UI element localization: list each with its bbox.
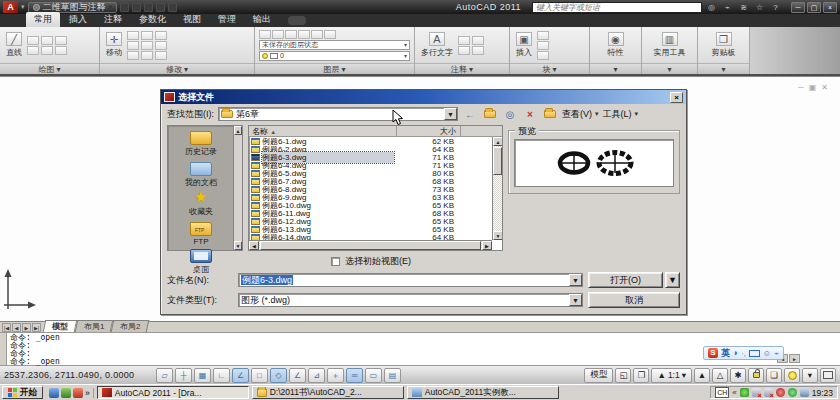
ribbon-tool-icon[interactable] (537, 51, 549, 60)
ribbon-tool-icon[interactable] (141, 41, 153, 50)
quick-launch-media-icon[interactable] (49, 388, 59, 398)
prev-tab-icon[interactable]: ◀ (12, 323, 21, 332)
ime-brand-icon[interactable]: S (708, 348, 718, 358)
filetype-combo[interactable]: 图形 (*.dwg) ▼ (238, 293, 583, 307)
ime-language-toggle[interactable]: 英 (721, 347, 730, 360)
ribbon-tool-icon[interactable] (41, 36, 53, 45)
back-button[interactable]: ← (462, 107, 478, 121)
annotation-visibility-icon[interactable]: ▲ (694, 368, 710, 383)
ducs-toggle[interactable]: ⊿ (308, 368, 325, 383)
tray-antivirus-icon[interactable] (740, 388, 749, 397)
scroll-left-icon[interactable]: ◀ (249, 241, 259, 250)
scrollbar-thumb[interactable] (493, 147, 502, 175)
tab-layout2[interactable]: 布局2 (111, 320, 150, 332)
qat-plot-icon[interactable] (144, 3, 153, 12)
tab-annotate[interactable]: 注释 (96, 12, 130, 27)
drawing-restore-button[interactable]: ▣ (809, 83, 817, 92)
search-binoculars-icon[interactable]: ◎ (705, 2, 718, 13)
clean-screen-icon[interactable] (820, 368, 836, 383)
annotation-scale-button[interactable]: ▲ 1:1 ▾ (651, 368, 692, 383)
places-scrollbar[interactable]: ▲ ▼ (233, 126, 242, 250)
new-folder-button[interactable] (542, 107, 558, 121)
name-column-header[interactable]: 名称 ▲ (249, 126, 397, 136)
tab-home[interactable]: 常用 (26, 12, 60, 27)
ribbon-tool-icon[interactable] (272, 30, 284, 39)
scroll-down-icon[interactable]: ▼ (234, 241, 242, 250)
tray-network-disconnected-icon[interactable]: × (752, 388, 761, 397)
model-space-button[interactable]: 模型 (584, 368, 613, 383)
favorites-star-icon[interactable]: ☆ (753, 2, 766, 13)
restore-button[interactable]: ▢ (807, 2, 821, 13)
tray-network2-disconnected-icon[interactable]: × (764, 388, 773, 397)
ribbon-options-icon[interactable] (288, 16, 306, 25)
filetype-dropdown-button[interactable]: ▼ (569, 294, 582, 306)
last-tab-icon[interactable]: ▶| (32, 323, 41, 332)
tab-output[interactable]: 输出 (245, 12, 279, 27)
panel-annotation-label[interactable]: 注释 ▾ (415, 63, 509, 74)
ribbon-tool-icon[interactable] (55, 36, 67, 45)
tab-view[interactable]: 视图 (175, 12, 209, 27)
properties-button[interactable]: ◉ 特性 (606, 32, 626, 58)
osnap-3d-toggle[interactable]: ◇ (270, 368, 287, 383)
quick-launch-explorer-icon[interactable] (61, 388, 71, 398)
drawing-area[interactable]: ─ ▣ ✕ 选择文件 × 查找范围(I): 第6章 ▼ (0, 76, 840, 321)
place-item[interactable]: 桌面 (190, 249, 212, 275)
look-in-combo[interactable]: 第6章 ▼ (218, 107, 458, 121)
ime-emoji-icon[interactable]: ☺ (763, 349, 771, 358)
dynamic-input-toggle[interactable]: ＋ (327, 368, 344, 383)
quick-view-layouts-icon[interactable]: ◱ (615, 368, 631, 383)
start-button[interactable]: 开始 (2, 386, 43, 399)
ribbon-tool-icon[interactable] (259, 30, 271, 39)
ime-language-bar[interactable]: S 英 ◗ ·, ☺ ⌁ (703, 346, 784, 360)
views-menu-button[interactable]: 查看(V) ▾ (562, 108, 599, 121)
task-document[interactable]: AutoCAD_2011实例教... (407, 386, 559, 399)
ribbon-tool-icon[interactable] (458, 46, 470, 55)
panel-utilities-label[interactable]: ▾ (642, 63, 697, 74)
ribbon-tool-icon[interactable] (324, 30, 336, 39)
ribbon-tool-icon[interactable] (141, 51, 153, 60)
lock-ui-icon[interactable] (748, 368, 764, 383)
ribbon-tool-icon[interactable] (27, 36, 39, 45)
tools-menu-button[interactable]: 工具(L) ▾ (603, 108, 639, 121)
tray-language-indicator[interactable]: CH (715, 387, 729, 398)
ime-wrench-icon[interactable]: ⌁ (774, 349, 779, 358)
ribbon-tool-icon[interactable] (155, 31, 167, 40)
ribbon-tool-icon[interactable] (472, 36, 484, 45)
ribbon-tool-icon[interactable] (141, 31, 153, 40)
next-tab-icon[interactable]: ▶ (22, 323, 31, 332)
clipboard-button[interactable]: ❐ 剪贴板 (710, 32, 738, 58)
ime-fullwidth-icon[interactable]: ◗ (733, 348, 738, 358)
ribbon-tool-icon[interactable] (127, 31, 139, 40)
quick-launch-desktop-icon[interactable] (73, 388, 83, 398)
dialog-title-bar[interactable]: 选择文件 × (161, 90, 686, 104)
drawing-minimize-button[interactable]: ─ (798, 83, 804, 92)
ribbon-tool-icon[interactable] (127, 41, 139, 50)
osnap-toggle[interactable]: □ (251, 368, 268, 383)
tab-nav-arrows[interactable]: |◀◀▶▶| (2, 323, 41, 332)
scroll-down-icon[interactable]: ▼ (493, 231, 503, 240)
delete-button[interactable]: × (522, 107, 538, 121)
otrack-toggle[interactable]: ∠ (289, 368, 306, 383)
scroll-up-icon[interactable]: ▲ (234, 126, 242, 135)
workspace-selector[interactable]: 二维草图与注释 ▾ (28, 2, 118, 13)
look-in-dropdown-button[interactable]: ▼ (444, 108, 457, 120)
line-button[interactable]: ╱ 直线 (4, 32, 24, 58)
autocad-app-icon[interactable]: A (3, 1, 18, 13)
panel-draw-label[interactable]: 绘图 ▾ (0, 63, 99, 74)
scroll-up-icon[interactable]: ▲ (493, 137, 503, 146)
mtext-button[interactable]: A 多行文字 (419, 32, 455, 58)
autoscale-icon[interactable]: △ (712, 368, 728, 383)
panel-properties-label[interactable]: ▾ (590, 63, 641, 74)
layer-state-combo[interactable]: 未保存的图层状态 ▾ (259, 40, 410, 50)
ribbon-tool-icon[interactable] (55, 46, 67, 55)
polar-toggle[interactable]: ∠ (232, 368, 249, 383)
status-menu-dropdown-icon[interactable]: ▾ (802, 368, 818, 383)
communication-center-icon[interactable]: ≋ (737, 2, 750, 13)
scroll-right-icon[interactable]: ▶ (482, 241, 492, 250)
filename-combo[interactable]: 例题6-3.dwg ▼ (238, 273, 583, 287)
tray-health-icon[interactable] (776, 388, 785, 397)
panel-layers-label[interactable]: 图层 ▾ (255, 63, 414, 74)
ime-punctuation-icon[interactable]: ·, (741, 350, 745, 357)
dialog-close-button[interactable]: × (670, 92, 683, 103)
help-icon[interactable]: ? (769, 2, 782, 13)
